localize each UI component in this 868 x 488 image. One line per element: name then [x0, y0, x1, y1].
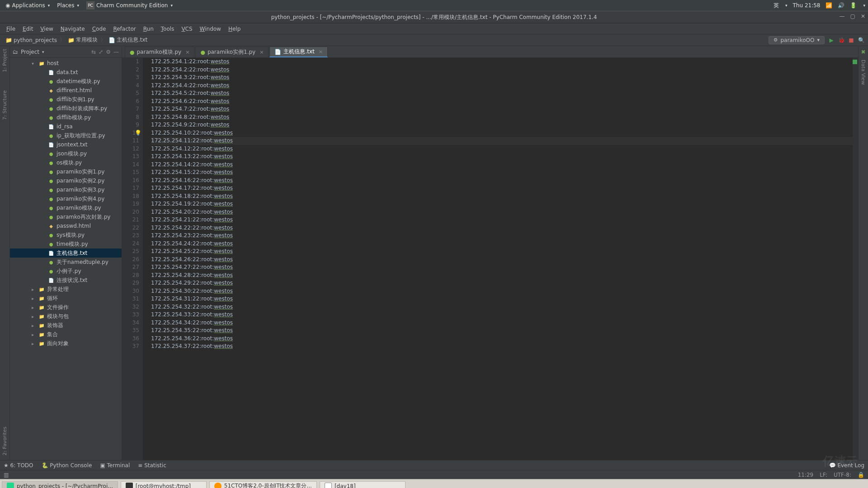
intention-bulb-icon[interactable]: 💡: [135, 129, 142, 137]
menu-view[interactable]: View: [38, 25, 56, 33]
run-config-selector[interactable]: ⚙ paramikoOO ▾: [769, 36, 825, 44]
places-menu[interactable]: Places▾: [54, 1, 82, 9]
taskbar-pycharm[interactable]: python_projects - [~/PycharmProj...: [2, 481, 118, 488]
code-content[interactable]: 172.25.254.1:22:root:westos172.25.254.2:…: [143, 58, 853, 460]
tree-file[interactable]: ●paramiko实例4.py: [10, 194, 122, 203]
hide-icon[interactable]: —: [113, 49, 119, 55]
tree-folder[interactable]: ▸📁循环: [10, 294, 122, 303]
tree-folder[interactable]: ▸📁面向对象: [10, 339, 122, 348]
readonly-lock-icon[interactable]: 🔒: [858, 472, 864, 478]
close-button[interactable]: ✕: [861, 13, 865, 19]
search-everywhere-icon[interactable]: 🔍: [858, 37, 864, 43]
collapse-all-icon[interactable]: ⤢: [99, 49, 103, 55]
stop-button[interactable]: ■: [848, 37, 854, 43]
tree-file[interactable]: ●paramiko模块.py: [10, 203, 122, 212]
ime-indicator[interactable]: 英: [774, 2, 779, 9]
tree-file[interactable]: ●datetime模块.py: [10, 77, 122, 86]
event-log-button[interactable]: 💬 Event Log: [829, 462, 864, 469]
favorites-tool-button[interactable]: 2: Favorites: [2, 427, 8, 455]
tab-close-icon[interactable]: ×: [319, 49, 323, 55]
tree-folder[interactable]: ▸📁文件操作: [10, 303, 122, 312]
system-menu[interactable]: ▾: [863, 3, 865, 8]
debug-button[interactable]: 🐞: [838, 37, 844, 43]
tree-file[interactable]: ●time模块.py: [10, 239, 122, 249]
desktop-taskbar: python_projects - [~/PycharmProj... [roo…: [0, 479, 868, 488]
python-console-tool-button[interactable]: 🐍 Python Console: [42, 462, 92, 469]
tree-file[interactable]: 📄id_rsa: [10, 122, 122, 131]
run-button[interactable]: ▶: [828, 37, 835, 43]
tree-file[interactable]: ●os模块.py: [10, 158, 122, 167]
volume-icon[interactable]: 🔊: [838, 2, 844, 9]
line-separator[interactable]: LF:: [820, 472, 827, 478]
battery-icon[interactable]: 🔋: [850, 2, 857, 9]
statistic-tool-button[interactable]: ≡ Statistic: [138, 462, 166, 469]
tree-folder[interactable]: ▸📁模块与包: [10, 312, 122, 321]
menu-vcs[interactable]: VCS: [179, 25, 195, 33]
tree-file[interactable]: ●paramiko实例3.py: [10, 185, 122, 194]
tree-folder[interactable]: ▸📁装饰器: [10, 321, 122, 330]
left-tool-stripe: 1: Project 7: Structure 2: Favorites: [0, 46, 10, 460]
taskbar-document[interactable]: [day18]: [320, 481, 406, 488]
tree-file[interactable]: 📄主机信息.txt: [10, 249, 122, 258]
caret-position: 11:29: [798, 472, 814, 478]
breadcrumb[interactable]: 📄 主机信息.txt: [107, 36, 149, 44]
maximize-button[interactable]: ▢: [850, 13, 855, 19]
close-panel-icon[interactable]: ✖: [861, 49, 865, 55]
menu-run[interactable]: Run: [141, 25, 156, 33]
project-tool-button[interactable]: 1: Project: [2, 49, 8, 72]
tab-close-icon[interactable]: ×: [259, 49, 264, 55]
structure-tool-button[interactable]: 7: Structure: [2, 90, 8, 120]
tool-window-quick-access[interactable]: ▥: [4, 472, 9, 478]
breadcrumb[interactable]: 📁 常用模块: [66, 36, 99, 44]
tree-file[interactable]: ●paramiko实例1.py: [10, 167, 122, 176]
tab-close-icon[interactable]: ×: [185, 49, 189, 55]
wifi-icon[interactable]: 📶: [826, 2, 832, 9]
menu-tools[interactable]: Tools: [158, 25, 177, 33]
menu-window[interactable]: Window: [197, 25, 224, 33]
tree-file[interactable]: ●difflib模块.py: [10, 113, 122, 122]
editor[interactable]: 1234567891011121314151617181920212223242…: [122, 58, 858, 460]
tree-file[interactable]: ●ip_获取地理位置.py: [10, 131, 122, 140]
tree-file[interactable]: ◆passwd.html: [10, 221, 122, 230]
clock[interactable]: Thu 21:58: [793, 2, 821, 9]
tree-folder[interactable]: ▾📁host: [10, 59, 122, 68]
todo-tool-button[interactable]: ★ 6: TODO: [4, 462, 33, 469]
menu-file[interactable]: File: [4, 25, 18, 33]
tree-file[interactable]: ●difflib实例1.py: [10, 95, 122, 104]
tree-file[interactable]: ●difflib封装成脚本.py: [10, 104, 122, 113]
breadcrumb[interactable]: 📁 python_projects: [4, 37, 59, 43]
tree-file[interactable]: ●json模块.py: [10, 149, 122, 158]
active-app-indicator[interactable]: PCCharm Community Edition▾: [84, 0, 175, 10]
applications-menu[interactable]: ◉ Applications▾: [3, 1, 52, 9]
tree-file[interactable]: 📄jsontext.txt: [10, 140, 122, 149]
tree-file[interactable]: 📄连接状况.txt: [10, 276, 122, 285]
error-stripe: [853, 58, 858, 460]
editor-tab[interactable]: ●paramiko实例1.py×: [195, 47, 269, 57]
menu-refactor[interactable]: Refactor: [110, 25, 138, 33]
project-tool-window: 🗂Project▾ ⇆ ⤢ ⚙ — ▾📁host📄data.txt●dateti…: [10, 46, 122, 460]
tree-file[interactable]: ●关于namedtuple.py: [10, 258, 122, 267]
taskbar-firefox[interactable]: 51CTO博客2.0-原创IT技术文章分...: [209, 481, 317, 488]
menu-help[interactable]: Help: [226, 25, 243, 33]
terminal-tool-button[interactable]: ▣ Terminal: [100, 462, 130, 469]
tree-folder[interactable]: ▸📁集合: [10, 330, 122, 339]
file-encoding[interactable]: UTF-8:: [834, 472, 851, 478]
editor-tab[interactable]: 📄主机信息.txt×: [269, 47, 328, 57]
data-view-tool-button[interactable]: Data View: [860, 60, 866, 85]
scroll-to-source-icon[interactable]: ⇆: [91, 49, 96, 55]
tree-file[interactable]: ◆diffirent.html: [10, 86, 122, 95]
minimize-button[interactable]: —: [840, 13, 845, 19]
tree-file[interactable]: ●小例子.py: [10, 267, 122, 276]
settings-icon[interactable]: ⚙: [106, 49, 111, 55]
project-tree[interactable]: ▾📁host📄data.txt●datetime模块.py◆diffirent.…: [10, 58, 122, 460]
menu-navigate[interactable]: Navigate: [58, 25, 88, 33]
taskbar-terminal[interactable]: [root@myhost:/tmp]: [121, 481, 207, 488]
menu-code[interactable]: Code: [90, 25, 109, 33]
tree-file[interactable]: ●paramiko实例2.py: [10, 176, 122, 185]
menu-edit[interactable]: Edit: [20, 25, 36, 33]
editor-tab[interactable]: ●paramiko模块.py×: [125, 47, 194, 57]
tree-file[interactable]: ●sys模块.py: [10, 230, 122, 239]
tree-file[interactable]: ●paramko再次封装.py: [10, 212, 122, 221]
tree-folder[interactable]: ▸📁异常处理: [10, 285, 122, 294]
tree-file[interactable]: 📄data.txt: [10, 68, 122, 77]
